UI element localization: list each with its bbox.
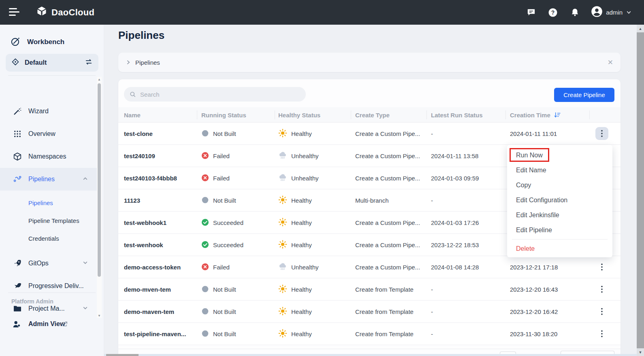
bird-icon [12,282,23,290]
brand-name: DaoCloud [51,7,94,18]
healthy-status-label: Unhealthy [291,264,319,271]
horizontal-scrollbar-thumb[interactable] [106,354,139,356]
breadcrumb-item[interactable]: Pipelines [135,59,160,66]
sidebar-item-gitops[interactable]: GitOps [0,252,97,275]
folder-icon [12,304,23,313]
workspace-selector[interactable]: Default [6,54,98,72]
running-status-cell: Failed [201,145,230,167]
close-icon[interactable]: ✕ [608,58,613,67]
sort-descending-icon[interactable] [554,111,561,119]
app-screen: DaoCloud ? admin [0,0,644,356]
switch-workspace-icon[interactable] [85,58,93,68]
chevron-down-icon [626,9,632,15]
workbench-label: Workbench [27,38,64,46]
latest-run-status-cell: 2024-01-03 17:26 [431,212,479,234]
menu-item-edit-jenkinsfile[interactable]: Edit Jenkinsfile [507,208,612,222]
page-scrollbar[interactable]: ▲ ▼ [637,25,644,356]
chat-icon[interactable] [525,7,537,18]
sidebar-item-pipelines-sub[interactable]: Pipelines [0,194,97,212]
scroll-up-icon[interactable]: ▲ [637,25,644,32]
notifications-bell-icon[interactable] [569,7,580,18]
running-status-label: Not Built [213,286,236,293]
menu-item-copy[interactable]: Copy [507,178,612,193]
row-actions-kebab-icon[interactable] [595,127,608,140]
creation-time-cell: 2024-01-11 11:01 [510,123,557,145]
sidebar-scrollbar[interactable]: ▲ ▼ [97,77,102,318]
create-pipeline-button[interactable]: Create Pipeline [554,88,614,102]
column-header-running-status[interactable]: Running Status [201,107,246,123]
sidebar-item-overview[interactable]: Overview [0,123,97,145]
wand-icon [12,107,23,116]
menu-item-edit-configuration[interactable]: Edit Configuration [507,193,612,208]
scroll-down-icon[interactable]: ▼ [637,348,644,356]
platform-admin-section-label: Platform Admin [11,298,53,305]
chevron-up-icon [82,176,88,183]
menu-item-run-now[interactable]: Run Now [507,148,612,163]
menu-toggle-icon[interactable] [9,8,20,17]
search-input[interactable] [139,91,300,98]
sun-icon [278,129,287,139]
running-status-cell: Not Built [201,301,236,323]
admin-view-label: Admin View [28,320,65,328]
column-header-create-type[interactable]: Create Type [355,107,390,123]
pipeline-name: test240109 [124,145,155,167]
sidebar-item-workbench[interactable]: Workbench [0,33,104,51]
create-type-cell: Create from Template [355,278,414,301]
scroll-up-icon[interactable]: ▲ [97,77,102,82]
pipeline-name: test-clone [124,123,153,145]
brand: DaoCloud [36,0,94,25]
menu-item-edit-pipeline[interactable]: Edit Pipeline [507,222,612,237]
sidebar-item-pipeline-templates-sub[interactable]: Pipeline Templates [0,212,97,229]
svg-text:?: ? [551,9,555,16]
horizontal-scrollbar[interactable] [104,354,637,356]
admin-user-icon [12,320,21,331]
healthy-status-label: Healthy [291,130,312,137]
healthy-status-label: Healthy [291,286,312,293]
scroll-down-icon[interactable]: ▼ [97,313,102,318]
row-actions-kebab-icon[interactable] [595,327,608,340]
menu-item-edit-name[interactable]: Edit Name [507,163,612,178]
external-link-icon [62,321,68,329]
running-status-cell: Failed [201,167,230,189]
latest-run-status-cell: - [431,301,433,323]
sidebar-item-namespaces[interactable]: Namespaces [0,145,97,168]
column-header-healthy-status[interactable]: Healthy Status [278,107,320,123]
menu-item-delete[interactable]: Delete [507,241,612,256]
pipeline-name: test-wenhook [124,234,163,256]
sidebar-item-label: Pipelines [28,199,53,206]
row-actions-kebab-icon[interactable] [595,305,608,318]
running-status-label: Not Built [213,308,236,315]
running-status-cell: Not Built [201,323,236,345]
healthy-status-label: Unhealthy [291,153,319,159]
user-menu[interactable]: admin [591,6,632,19]
breadcrumb-chevron-icon[interactable] [126,59,131,65]
running-status-label: Not Built [213,197,236,204]
help-icon[interactable]: ? [547,7,559,18]
sidebar: Workbench Default WizardOverviewNamespac… [0,25,104,356]
sidebar-scrollbar-thumb[interactable] [98,83,101,277]
sidebar-item-pipelines[interactable]: Pipelines [0,168,97,191]
running-status-label: Succeeded [213,242,243,248]
page-scrollbar-thumb[interactable] [637,32,644,348]
latest-run-status-cell: 2024-01-03 09:59 [431,167,479,189]
pipeline-name: demo-maven-tem [124,301,174,323]
sidebar-item-progressive-deliv[interactable]: Progressive Deliv... [0,275,97,297]
column-header-name[interactable]: Name [124,107,141,123]
sidebar-item-admin-view[interactable]: Admin View [0,317,97,333]
search-icon [130,91,136,98]
row-actions-kebab-icon[interactable] [595,261,608,273]
running-status-cell: Not Built [201,123,236,145]
column-header-creation-time[interactable]: Creation Time [510,107,561,123]
column-header-latest-run-status[interactable]: Latest Run Status [431,107,483,123]
sidebar-item-wizard[interactable]: Wizard [0,100,97,123]
pipeline-name: demo-mven-tem [124,278,171,301]
pipeline-name: demo-access-token [124,256,181,278]
sun-icon [278,307,287,317]
gray-circle-icon [201,307,209,316]
sidebar-item-credentials-sub[interactable]: Credentials [0,229,97,247]
row-actions-kebab-icon[interactable] [595,283,608,296]
create-type-cell: Create from Template [355,323,414,345]
success-check-circle-icon [201,241,209,250]
rocket-icon [12,259,23,268]
healthy-status-cell: Healthy [278,189,312,212]
